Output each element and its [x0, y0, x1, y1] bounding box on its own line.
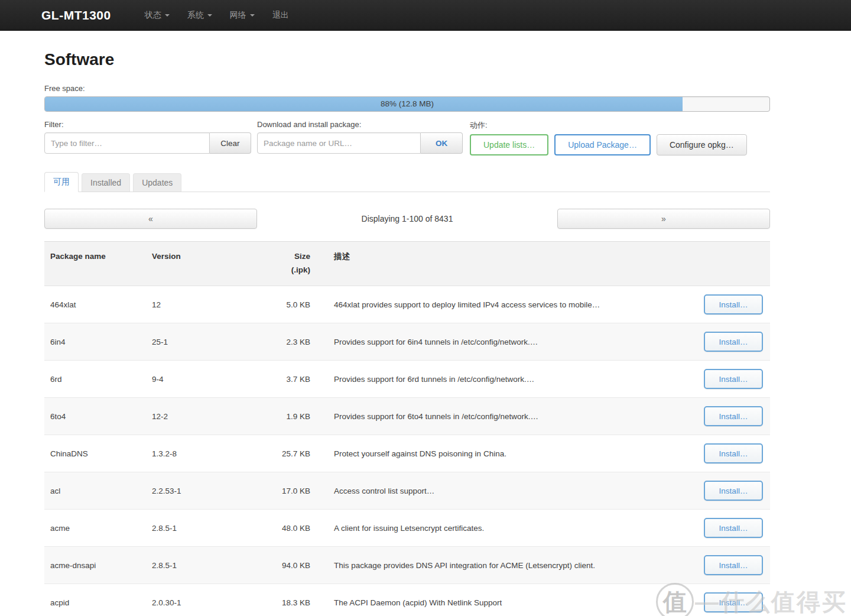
- size-cell: 2.3 KB: [249, 323, 310, 361]
- download-label: Download and install package:: [257, 120, 463, 129]
- header-size-line1: Size: [294, 252, 310, 261]
- package-input[interactable]: [257, 132, 421, 154]
- description-cell: 464xlat provides support to deploy limit…: [310, 286, 687, 323]
- upload-package-button[interactable]: Upload Package…: [554, 134, 651, 155]
- tab-updates[interactable]: Updates: [133, 173, 181, 192]
- tab-available[interactable]: 可用: [44, 172, 79, 192]
- version-cell: 12-2: [146, 398, 249, 435]
- top-navbar: GL-MT1300 状态系统网络退出: [0, 0, 851, 31]
- install-button[interactable]: Install…: [704, 518, 763, 538]
- next-page-button[interactable]: »: [557, 209, 770, 229]
- package-name-cell: acpid: [44, 584, 146, 616]
- version-cell: 2.8.5-1: [146, 510, 249, 547]
- clear-button[interactable]: Clear: [210, 132, 251, 154]
- filter-group: Filter: Clear: [44, 120, 251, 155]
- table-row: acme2.8.5-148.0 KBA client for issuing L…: [44, 510, 770, 547]
- table-row: 6to412-21.9 KBProvides support for 6to4 …: [44, 398, 770, 435]
- version-cell: 12: [146, 286, 249, 323]
- table-row: acl2.2.53-117.0 KBAccess control list su…: [44, 472, 770, 510]
- size-cell: 25.7 KB: [249, 435, 310, 472]
- install-button[interactable]: Install…: [704, 369, 763, 389]
- description-cell: Access control list support…: [310, 472, 687, 510]
- nav-item-system[interactable]: 系统: [178, 0, 221, 31]
- description-cell: Provides support for 6rd tunnels in /etc…: [310, 361, 687, 398]
- install-cell: Install…: [687, 584, 770, 616]
- package-table: Package name Version Size(.ipk) 描述 464xl…: [44, 241, 770, 616]
- description-cell: Protect yourself against DNS poisoning i…: [310, 435, 687, 472]
- free-space-label: Free space:: [44, 84, 770, 93]
- tab-bar: 可用InstalledUpdates: [44, 172, 770, 192]
- table-row: 6in425-12.3 KBProvides support for 6in4 …: [44, 323, 770, 361]
- version-cell: 2.0.30-1: [146, 584, 249, 616]
- brand-logo[interactable]: GL-MT1300: [41, 8, 111, 22]
- main-content: Software Free space: 88% (12.8 MB) Filte…: [44, 50, 770, 616]
- ok-button[interactable]: OK: [421, 132, 463, 154]
- description-cell: Provides support for 6in4 tunnels in /et…: [310, 323, 687, 361]
- size-cell: 18.3 KB: [249, 584, 310, 616]
- action-buttons: Update lists…Upload Package…Configure op…: [470, 134, 753, 155]
- size-cell: 17.0 KB: [249, 472, 310, 510]
- table-row: acpid2.0.30-118.3 KBThe ACPI Daemon (acp…: [44, 584, 770, 616]
- install-button[interactable]: Install…: [704, 294, 763, 315]
- header-package-name: Package name: [44, 242, 146, 286]
- size-cell: 94.0 KB: [249, 547, 310, 584]
- install-cell: Install…: [687, 435, 770, 472]
- controls-row: Filter: Clear Download and install packa…: [44, 120, 770, 155]
- install-button[interactable]: Install…: [704, 443, 763, 463]
- table-header-row: Package name Version Size(.ipk) 描述: [44, 242, 770, 286]
- header-description: 描述: [310, 242, 687, 286]
- package-name-cell: acme-dnsapi: [44, 547, 146, 584]
- chevron-down-icon: [165, 14, 170, 17]
- table-row: acme-dnsapi2.8.5-194.0 KBThis package pr…: [44, 547, 770, 584]
- nav-item-label: 退出: [272, 10, 289, 21]
- version-cell: 2.8.5-1: [146, 547, 249, 584]
- description-cell: Provides support for 6to4 tunnels in /et…: [310, 398, 687, 435]
- nav-item-status[interactable]: 状态: [136, 0, 178, 31]
- package-name-cell: 464xlat: [44, 286, 146, 323]
- actions-label: 动作:: [470, 120, 753, 131]
- pagination-status: Displaying 1-100 of 8431: [257, 214, 557, 223]
- version-cell: 25-1: [146, 323, 249, 361]
- install-button[interactable]: Install…: [704, 332, 763, 352]
- install-cell: Install…: [687, 323, 770, 361]
- prev-page-button[interactable]: «: [44, 209, 257, 229]
- chevron-down-icon: [207, 14, 212, 17]
- install-cell: Install…: [687, 361, 770, 398]
- header-size: Size(.ipk): [249, 242, 310, 286]
- nav-item-label: 网络: [230, 10, 246, 21]
- version-cell: 1.3.2-8: [146, 435, 249, 472]
- page-title: Software: [44, 50, 770, 70]
- table-row: ChinaDNS1.3.2-825.7 KBProtect yourself a…: [44, 435, 770, 472]
- package-name-cell: acme: [44, 510, 146, 547]
- package-name-cell: ChinaDNS: [44, 435, 146, 472]
- nav-item-label: 状态: [145, 10, 161, 21]
- size-cell: 5.0 KB: [249, 286, 310, 323]
- free-space-progress: 88% (12.8 MB): [44, 96, 770, 112]
- install-cell: Install…: [687, 398, 770, 435]
- install-cell: Install…: [687, 472, 770, 510]
- install-cell: Install…: [687, 510, 770, 547]
- description-cell: The ACPI Daemon (acpid) With Netlink Sup…: [310, 584, 687, 616]
- install-button[interactable]: Install…: [704, 481, 763, 501]
- nav-item-network[interactable]: 网络: [221, 0, 264, 31]
- tab-installed[interactable]: Installed: [82, 173, 130, 192]
- install-button[interactable]: Install…: [704, 406, 763, 426]
- install-cell: Install…: [687, 286, 770, 323]
- size-cell: 48.0 KB: [249, 510, 310, 547]
- install-cell: Install…: [687, 547, 770, 584]
- nav-item-logout[interactable]: 退出: [264, 0, 298, 31]
- filter-input[interactable]: [44, 132, 210, 154]
- update-lists-button[interactable]: Update lists…: [470, 134, 548, 155]
- version-cell: 9-4: [146, 361, 249, 398]
- table-row: 464xlat125.0 KB464xlat provides support …: [44, 286, 770, 323]
- download-group: Download and install package: OK: [257, 120, 463, 155]
- actions-group: 动作: Update lists…Upload Package…Configur…: [470, 120, 753, 155]
- package-name-cell: 6to4: [44, 398, 146, 435]
- install-button[interactable]: Install…: [704, 555, 763, 575]
- pagination: « Displaying 1-100 of 8431 »: [44, 209, 770, 229]
- header-version: Version: [146, 242, 249, 286]
- filter-label: Filter:: [44, 120, 251, 129]
- table-row: 6rd9-43.7 KBProvides support for 6rd tun…: [44, 361, 770, 398]
- install-button[interactable]: Install…: [704, 592, 763, 612]
- configure-opkg-button[interactable]: Configure opkg…: [657, 134, 747, 155]
